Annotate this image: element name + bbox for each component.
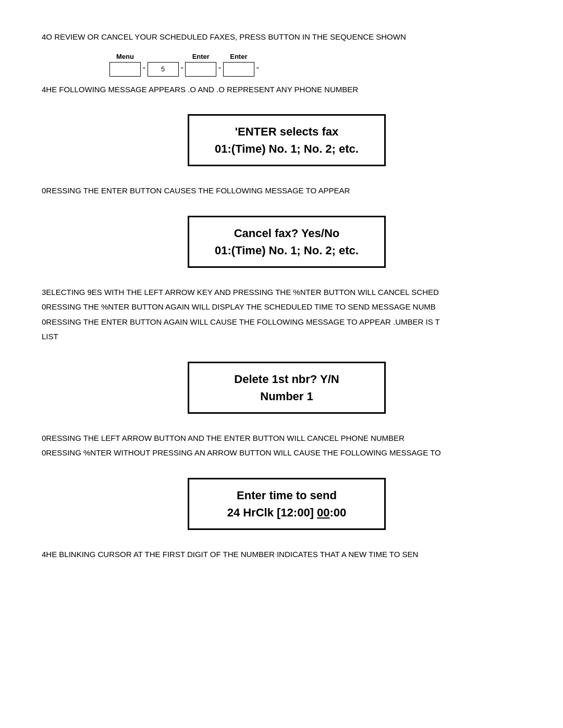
sep2: "	[181, 66, 183, 77]
display4-underline: 00	[317, 506, 329, 519]
line2-text: 4HE FOLLOWING MESSAGE APPEARS .O AND .O …	[42, 84, 532, 96]
display4-line1: Enter time to send	[204, 487, 370, 504]
intro-section: 4O REVIEW OR CANCEL YOUR SCHEDULED FAXES…	[42, 31, 532, 43]
display1-line1: 'ENTER selects fax	[204, 123, 370, 140]
line6-text: 0RESSING THE ENTER BUTTON AGAIN WILL CAU…	[42, 316, 532, 328]
line9-text: 4HE BLINKING CURSOR AT THE FIRST DIGIT O…	[42, 549, 532, 561]
line2-section: 4HE FOLLOWING MESSAGE APPEARS .O AND .O …	[42, 84, 532, 96]
line1-text: 4O REVIEW OR CANCEL YOUR SCHEDULED FAXES…	[42, 31, 532, 43]
display3-line1: Delete 1st nbr? Y/N	[204, 371, 370, 388]
menu-box	[109, 62, 141, 77]
display2-line1: Cancel fax? Yes/No	[204, 225, 370, 242]
line9-section: 4HE BLINKING CURSOR AT THE FIRST DIGIT O…	[42, 549, 532, 561]
display4-wrapper: Enter time to send 24 HrClk [12:00] 00:0…	[42, 468, 532, 539]
enter2-button-wrapper: Enter	[223, 53, 254, 77]
menu-button-wrapper: Menu	[109, 53, 141, 77]
line5-text: 0RESSING THE %NTER BUTTON AGAIN WILL DIS…	[42, 301, 532, 313]
enter1-label: Enter	[192, 53, 210, 60]
sep3: "	[218, 66, 221, 77]
enter2-box	[223, 62, 254, 77]
five-label	[162, 53, 164, 60]
five-button-wrapper: 5	[148, 53, 179, 77]
line3-text: 0RESSING THE ENTER BUTTON CAUSES THE FOL…	[42, 185, 532, 197]
display1-line2: 01:(Time) No. 1; No. 2; etc.	[204, 140, 370, 157]
display1-wrapper: 'ENTER selects fax 01:(Time) No. 1; No. …	[42, 105, 532, 176]
enter2-label: Enter	[230, 53, 247, 60]
display3-box: Delete 1st nbr? Y/N Number 1	[188, 362, 386, 414]
display1-box: 'ENTER selects fax 01:(Time) No. 1; No. …	[188, 114, 386, 166]
display3-wrapper: Delete 1st nbr? Y/N Number 1	[42, 352, 532, 423]
line8-text: 0RESSING %NTER WITHOUT PRESSING AN ARROW…	[42, 447, 532, 459]
sep4: "	[256, 66, 259, 77]
menu-label: Menu	[116, 53, 134, 60]
line3-section: 0RESSING THE ENTER BUTTON CAUSES THE FOL…	[42, 185, 532, 197]
display2-wrapper: Cancel fax? Yes/No 01:(Time) No. 1; No. …	[42, 206, 532, 277]
line7-text: 0RESSING THE LEFT ARROW BUTTON AND THE E…	[42, 433, 532, 445]
line4-text: 3ELECTING 9ES WITH THE LEFT ARROW KEY AN…	[42, 287, 532, 299]
button-sequence: Menu " 5 " Enter " Enter "	[109, 53, 532, 77]
display2-line2: 01:(Time) No. 1; No. 2; etc.	[204, 242, 370, 259]
lines78-section: 0RESSING THE LEFT ARROW BUTTON AND THE E…	[42, 433, 532, 459]
enter1-box	[185, 62, 216, 77]
line6b-text: LIST	[42, 331, 532, 343]
five-box: 5	[148, 62, 179, 77]
sep1: "	[143, 66, 145, 77]
enter1-button-wrapper: Enter	[185, 53, 216, 77]
display4-box: Enter time to send 24 HrClk [12:00] 00:0…	[188, 478, 386, 530]
lines456-section: 3ELECTING 9ES WITH THE LEFT ARROW KEY AN…	[42, 287, 532, 343]
display3-line2: Number 1	[204, 388, 370, 405]
display4-line2: 24 HrClk [12:00] 00:00	[204, 504, 370, 521]
display2-box: Cancel fax? Yes/No 01:(Time) No. 1; No. …	[188, 216, 386, 268]
